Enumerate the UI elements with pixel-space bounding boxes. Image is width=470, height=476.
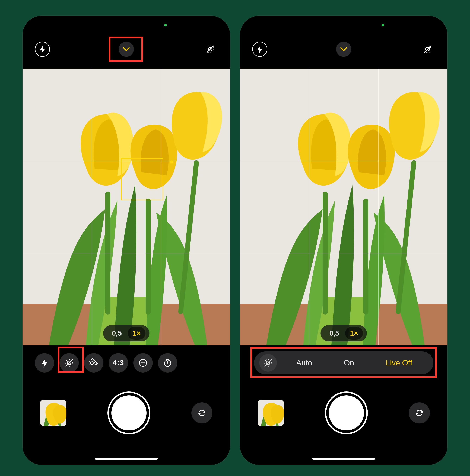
privacy-indicator-icon (382, 24, 384, 26)
flip-camera-button[interactable] (191, 402, 213, 424)
live-photo-icon-button[interactable] (259, 354, 277, 372)
shutter-button[interactable] (111, 395, 146, 430)
live-photo-tool[interactable] (59, 353, 79, 373)
chevron-down-icon (122, 45, 130, 53)
viewfinder[interactable]: 0,5 1× (22, 68, 230, 345)
camera-screen-live-options: 0,5 1× Auto On Live Off (240, 16, 448, 465)
last-photo-thumbnail[interactable] (257, 400, 284, 426)
bolt-icon (40, 358, 49, 367)
flash-tool[interactable] (35, 353, 54, 373)
capture-bar (22, 385, 230, 441)
camera-flip-icon (414, 408, 425, 418)
camera-screen-tools: 0,5 1× 4:3 (22, 16, 230, 465)
bolt-icon (38, 45, 47, 53)
aspect-ratio-tool[interactable]: 4:3 (109, 353, 128, 373)
expand-tools-button[interactable] (336, 42, 351, 57)
timer-icon (163, 358, 172, 368)
live-photo-options: Auto On Live Off (254, 351, 434, 374)
live-photo-off-icon (205, 44, 215, 54)
live-photo-off-icon (263, 358, 273, 368)
viewfinder-image (22, 68, 230, 345)
status-bar (22, 24, 230, 27)
home-indicator[interactable] (312, 458, 375, 460)
live-photo-off-icon (64, 358, 74, 368)
exposure-icon (138, 358, 148, 368)
live-photo-toggle[interactable] (420, 42, 435, 57)
bolt-icon (255, 45, 264, 53)
live-photo-off-icon (423, 44, 433, 54)
home-indicator[interactable] (95, 458, 158, 460)
zoom-wide[interactable]: 0,5 (324, 327, 344, 340)
capture-bar (240, 385, 448, 441)
camera-flip-icon (197, 408, 207, 418)
flash-button[interactable] (35, 42, 50, 57)
flip-camera-button[interactable] (409, 402, 430, 424)
top-controls (240, 39, 448, 60)
zoom-standard[interactable]: 1× (128, 327, 146, 340)
timer-tool[interactable] (158, 353, 177, 373)
top-controls (22, 39, 230, 60)
zoom-selector[interactable]: 0,5 1× (103, 325, 149, 341)
flash-button[interactable] (252, 42, 267, 57)
live-option-off[interactable]: Live Off (386, 358, 412, 367)
last-photo-thumbnail[interactable] (40, 400, 67, 426)
status-bar (240, 24, 448, 27)
filters-tool[interactable] (84, 353, 103, 373)
live-option-on[interactable]: On (344, 358, 354, 367)
zoom-selector[interactable]: 0,5 1× (321, 325, 367, 341)
zoom-wide[interactable]: 0,5 (107, 327, 127, 340)
chevron-down-icon (340, 45, 348, 53)
tool-row: 4:3 (22, 350, 230, 376)
focus-indicator (121, 158, 163, 200)
viewfinder-image (240, 68, 448, 345)
zoom-standard[interactable]: 1× (345, 327, 363, 340)
filters-icon (89, 358, 98, 368)
shutter-button[interactable] (329, 395, 364, 430)
exposure-tool[interactable] (133, 353, 153, 373)
expand-tools-button[interactable] (119, 42, 134, 57)
live-photo-toggle[interactable] (203, 42, 218, 57)
viewfinder[interactable]: 0,5 1× (240, 68, 448, 345)
privacy-indicator-icon (164, 24, 167, 26)
live-option-auto[interactable]: Auto (296, 358, 312, 367)
